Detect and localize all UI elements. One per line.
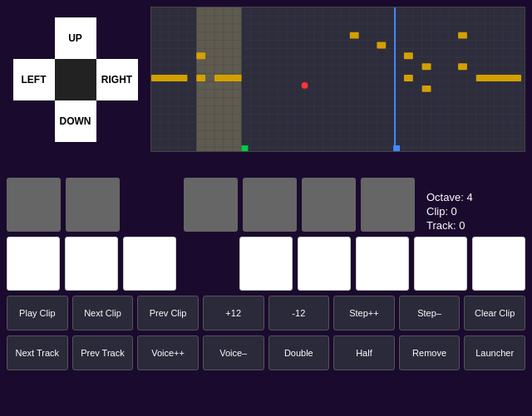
buttons-row-1: Play ClipNext ClipPrev Clip+12-12Step++S… [7,296,525,330]
double-button[interactable]: Double [268,335,330,370]
buttons-row-2: Next TrackPrev TrackVoice++Voice–DoubleH… [7,335,525,370]
plus12-button[interactable]: +12 [203,296,264,330]
track-label: Track: 0 [426,219,473,232]
dpad-corner-bl [13,100,55,142]
piano-roll[interactable] [150,7,525,152]
dpad-left-button[interactable]: LEFT [13,59,55,100]
pad-3[interactable] [184,178,238,232]
lower-pad-4[interactable] [239,237,293,291]
dpad-center [55,59,96,100]
prev-track-button[interactable]: Prev Track [72,335,134,370]
pad-6[interactable] [361,178,415,232]
dpad-corner-br [96,100,138,142]
svg-rect-71 [458,32,467,39]
lower-pad-6[interactable] [356,237,409,291]
svg-rect-62 [196,75,205,81]
step-mm-button[interactable]: Step– [399,296,461,330]
dpad-container: UP LEFT RIGHT DOWN [7,7,144,152]
dpad-down-button[interactable]: DOWN [55,100,96,142]
svg-rect-65 [350,32,359,39]
prev-clip-button[interactable]: Prev Clip [137,296,199,330]
play-clip-button[interactable]: Play Clip [7,296,68,330]
svg-rect-68 [404,75,413,81]
clear-clip-button[interactable]: Clear Clip [464,296,525,330]
voice-mm-button[interactable]: Voice– [203,335,264,370]
lower-pad-5[interactable] [298,237,351,291]
svg-rect-70 [422,86,431,92]
lower-pad-gap [181,237,234,291]
next-clip-button[interactable]: Next Clip [72,296,134,330]
top-pads-row [7,178,415,232]
svg-rect-64 [196,52,205,59]
lower-pad-8[interactable] [472,237,525,291]
svg-rect-72 [458,63,467,70]
pad-gap [125,178,179,232]
dpad-up-button[interactable]: UP [55,17,96,59]
minus12-button[interactable]: -12 [268,296,330,330]
remove-button[interactable]: Remove [399,335,461,370]
top-section: UP LEFT RIGHT DOWN [7,7,525,152]
info-panel: Octave: 4 Clip: 0 Track: 0 [426,191,473,232]
step-pp-button[interactable]: Step++ [333,296,395,330]
svg-rect-67 [404,52,413,59]
lower-pad-7[interactable] [414,237,467,291]
octave-label: Octave: 4 [426,191,473,203]
dpad-corner-tl [13,17,55,59]
dpad: UP LEFT RIGHT DOWN [13,17,138,142]
launcher-button[interactable]: Launcher [464,335,525,370]
lower-pad-2[interactable] [65,237,118,291]
pad-4[interactable] [243,178,297,232]
pad-2[interactable] [66,178,120,232]
middle-section: Octave: 4 Clip: 0 Track: 0 [7,157,525,232]
pad-1[interactable] [7,178,61,232]
lower-pad-3[interactable] [123,237,176,291]
lower-pads-section [7,237,525,291]
svg-point-74 [302,82,308,89]
pad-5[interactable] [302,178,356,232]
dpad-corner-tr [96,17,138,59]
voice-pp-button[interactable]: Voice++ [137,335,199,370]
clip-label: Clip: 0 [426,205,473,218]
svg-rect-77 [393,145,400,151]
svg-rect-76 [242,145,249,151]
lower-pad-1[interactable] [7,237,60,291]
next-track-button[interactable]: Next Track [7,335,68,370]
svg-rect-61 [151,75,187,81]
svg-rect-66 [377,42,386,49]
dpad-right-button[interactable]: RIGHT [96,59,138,100]
svg-rect-73 [476,75,521,81]
piano-roll-svg [151,7,525,151]
half-button[interactable]: Half [333,335,395,370]
svg-rect-63 [214,75,242,81]
buttons-section: Play ClipNext ClipPrev Clip+12-12Step++S… [7,296,525,370]
main-container: UP LEFT RIGHT DOWN [0,0,532,416]
svg-rect-69 [422,63,431,70]
